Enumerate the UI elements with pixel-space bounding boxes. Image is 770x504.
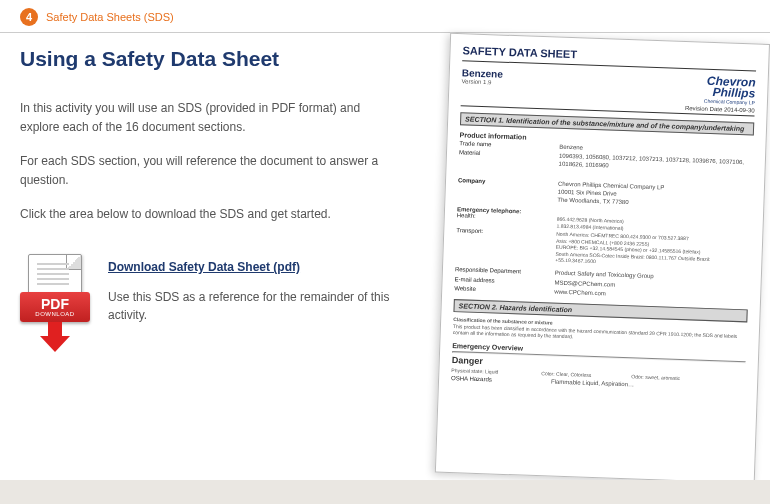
download-sds-link[interactable]: Download Safety Data Sheet (pdf) [108,260,400,274]
chapter-header: 4 Safety Data Sheets (SDS) [0,0,770,33]
download-note: Use this SDS as a reference for the rema… [108,288,400,324]
intro-paragraph-2: For each SDS section, you will reference… [20,152,400,189]
sds-document-preview: SAFETY DATA SHEET Benzene Version 1.9 Ch… [430,44,770,504]
download-area[interactable]: PDF DOWNLOAD Download Safety Data Sheet … [20,254,400,354]
footer-bar [0,480,770,504]
page-title: Using a Safety Data Sheet [20,47,400,71]
pdf-download-icon: PDF DOWNLOAD [20,254,90,354]
doc-title: SAFETY DATA SHEET [462,44,756,66]
intro-paragraph-1: In this activity you will use an SDS (pr… [20,99,400,136]
chapter-number-badge: 4 [20,8,38,26]
doc-logo: Chevron Phillips Chemical Company LP [704,76,756,105]
chapter-title: Safety Data Sheets (SDS) [46,11,174,23]
intro-paragraph-3: Click the area below to download the SDS… [20,205,400,224]
main-content: Using a Safety Data Sheet In this activi… [20,33,400,354]
